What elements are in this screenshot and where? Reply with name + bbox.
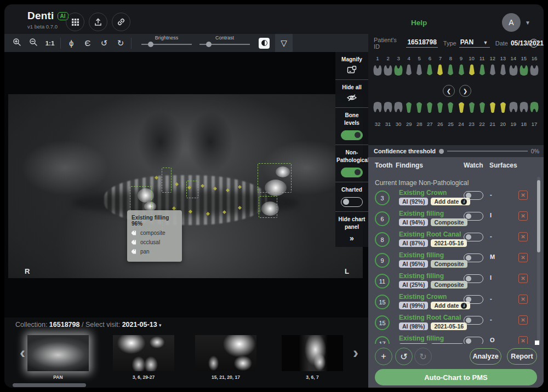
flip-horizontal-button[interactable]: ɸ bbox=[63, 38, 79, 48]
tooth-glyph[interactable] bbox=[383, 100, 393, 114]
tooth-glyph[interactable] bbox=[467, 100, 477, 114]
finding-name[interactable]: Existing filling bbox=[399, 251, 444, 259]
finding-name[interactable]: Existing filling bbox=[399, 210, 444, 217]
chart-next-button[interactable]: ❯ bbox=[459, 85, 471, 97]
invert-colors-button[interactable] bbox=[259, 38, 270, 49]
watch-toggle[interactable] bbox=[464, 316, 483, 325]
grid-menu-button[interactable] bbox=[66, 13, 84, 31]
tooth-glyph[interactable] bbox=[477, 100, 487, 114]
watch-toggle[interactable] bbox=[464, 295, 483, 304]
hide-all-button[interactable]: Hide all bbox=[335, 79, 368, 107]
tooth-glyph[interactable] bbox=[446, 63, 455, 77]
tooth-number-badge[interactable]: 9 bbox=[375, 253, 390, 268]
avatar-caret-icon[interactable]: ▼ bbox=[525, 20, 530, 26]
thumbnail-2[interactable]: 3, 6, 29-27 bbox=[113, 335, 174, 371]
tooth-glyph[interactable] bbox=[446, 100, 455, 114]
rotate-cw-button[interactable]: ↻ bbox=[112, 38, 129, 48]
ai-detection-box[interactable] bbox=[259, 196, 277, 218]
tooth-glyph[interactable] bbox=[383, 63, 393, 77]
tooth-glyph[interactable] bbox=[435, 63, 445, 77]
visit-caret-icon[interactable]: ▾ bbox=[159, 322, 162, 328]
filter-button[interactable]: ▽ bbox=[275, 34, 293, 52]
hide-chart-panel-button[interactable]: Hide chart panel » bbox=[335, 211, 368, 247]
watch-toggle[interactable] bbox=[464, 253, 483, 262]
horizontal-scrollbar[interactable] bbox=[13, 383, 86, 387]
ai-detection-box[interactable] bbox=[258, 163, 292, 193]
viewer-canvas[interactable]: R L Existing filling 96% composite occlu… bbox=[4, 52, 368, 318]
thumbnail-4[interactable]: 3, 6, 7 bbox=[282, 335, 343, 371]
finding-name[interactable]: Existing filling bbox=[399, 335, 444, 342]
watch-toggle[interactable] bbox=[464, 191, 483, 200]
detail-badge[interactable]: 2021-05-16 bbox=[431, 322, 467, 330]
tooth-glyph[interactable] bbox=[393, 100, 403, 114]
detail-badge[interactable]: Add datei bbox=[431, 302, 470, 309]
tooth-glyph[interactable] bbox=[509, 63, 518, 77]
tooth-glyph[interactable] bbox=[393, 63, 403, 77]
contrast-slider[interactable]: Contrast bbox=[199, 36, 250, 50]
panoramic-xray-image[interactable]: R L Existing filling 96% composite occlu… bbox=[8, 94, 363, 278]
analyze-button[interactable]: Analyze bbox=[470, 348, 501, 365]
contrast-knob[interactable] bbox=[206, 42, 212, 47]
thumbs-next-button[interactable]: › bbox=[353, 343, 358, 362]
tooth-number-badge[interactable]: 11 bbox=[375, 274, 390, 289]
non-pathological-toggle-section[interactable]: Non- Pathological bbox=[335, 145, 368, 182]
tooth-glyph[interactable] bbox=[425, 63, 435, 77]
help-link[interactable]: Help bbox=[411, 19, 427, 27]
tooth-glyph[interactable] bbox=[435, 100, 445, 114]
thumbs-prev-button[interactable]: ‹ bbox=[20, 343, 25, 362]
delete-finding-button[interactable]: ✕ bbox=[518, 274, 528, 283]
watch-toggle[interactable] bbox=[464, 212, 483, 221]
delete-finding-button[interactable]: ✕ bbox=[518, 295, 528, 304]
ai-detection-box[interactable] bbox=[186, 181, 198, 198]
finding-name[interactable]: Existing Crown bbox=[399, 189, 447, 197]
tooth-glyph[interactable] bbox=[373, 100, 383, 114]
delete-finding-button[interactable]: ✕ bbox=[518, 232, 528, 241]
tooth-glyph[interactable] bbox=[488, 63, 498, 77]
finding-name[interactable]: Existing Root Canal bbox=[399, 314, 461, 321]
delete-finding-button[interactable]: ✕ bbox=[518, 211, 528, 221]
scroll-handle[interactable] bbox=[535, 341, 539, 345]
tooth-glyph[interactable] bbox=[414, 63, 424, 77]
brightness-slider[interactable]: Brightness bbox=[141, 36, 192, 50]
charted-toggle[interactable] bbox=[341, 197, 363, 207]
tooth-glyph[interactable] bbox=[529, 100, 539, 114]
upload-button[interactable] bbox=[89, 13, 107, 31]
confidence-track[interactable] bbox=[447, 151, 528, 152]
tooth-number-badge[interactable]: 6 bbox=[375, 211, 390, 226]
tooth-glyph[interactable] bbox=[498, 63, 508, 77]
tooth-glyph[interactable] bbox=[519, 63, 529, 77]
tooth-number-badge[interactable]: 15 bbox=[375, 295, 390, 309]
tooth-glyph[interactable] bbox=[477, 63, 487, 77]
detail-badge[interactable]: 2021-05-16 bbox=[431, 239, 467, 247]
tooth-glyph[interactable] bbox=[404, 63, 414, 77]
tooth-glyph[interactable] bbox=[425, 100, 435, 114]
tooth-number-badge[interactable]: 3 bbox=[375, 191, 390, 205]
tooth-glyph[interactable] bbox=[488, 100, 498, 114]
watch-toggle[interactable] bbox=[464, 233, 483, 241]
redo-button[interactable]: ↻ bbox=[414, 348, 432, 365]
actual-size-button[interactable]: 1:1 bbox=[42, 40, 58, 47]
magnify-button[interactable]: Magnify bbox=[335, 52, 368, 79]
tooth-glyph[interactable] bbox=[529, 63, 539, 77]
brightness-knob[interactable] bbox=[148, 42, 153, 47]
thumbnail-1[interactable]: PAN bbox=[27, 335, 89, 371]
zoom-out-button[interactable] bbox=[25, 38, 42, 48]
finding-name[interactable]: Existing Root Canal bbox=[399, 230, 461, 238]
thumbnail-3[interactable]: 15, 21, 20, 17 bbox=[195, 335, 256, 371]
tooth-glyph[interactable] bbox=[373, 63, 383, 77]
tooth-number-badge[interactable]: 8 bbox=[375, 232, 390, 247]
watch-toggle[interactable] bbox=[464, 274, 483, 283]
detail-badge[interactable]: Composite bbox=[431, 260, 467, 268]
delete-finding-button[interactable]: ✕ bbox=[518, 253, 528, 262]
undo-button[interactable]: ↺ bbox=[395, 348, 413, 365]
zoom-in-button[interactable] bbox=[9, 38, 25, 48]
detail-badge[interactable]: Composite bbox=[431, 281, 467, 289]
tooth-number-badge[interactable]: 15 bbox=[375, 315, 390, 330]
avatar[interactable]: A bbox=[502, 13, 521, 32]
tooth-glyph[interactable] bbox=[414, 100, 424, 114]
delete-finding-button[interactable]: ✕ bbox=[518, 315, 528, 325]
flip-vertical-button[interactable]: Є bbox=[79, 38, 96, 48]
chart-prev-button[interactable]: ❮ bbox=[443, 85, 455, 97]
finding-name[interactable]: Existing Crown bbox=[399, 293, 447, 301]
auto-chart-button[interactable]: Auto-Chart to PMS bbox=[375, 369, 537, 385]
